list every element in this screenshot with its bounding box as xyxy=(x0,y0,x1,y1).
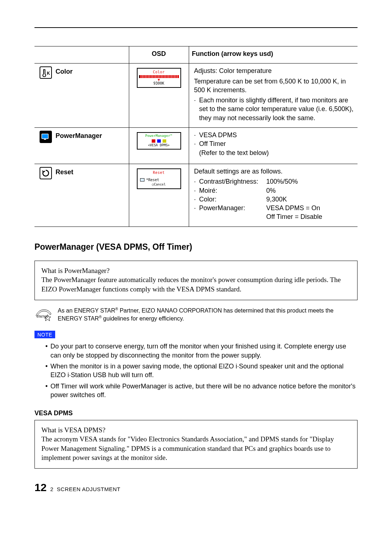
row-label-color: K Color xyxy=(37,66,126,79)
color-func-line2: Temperature can be set from 6,500 K to 1… xyxy=(194,77,355,95)
box2-a: The acronym VESA stands for "Video Elect… xyxy=(41,434,351,462)
box1-a: The PowerManager feature automatically r… xyxy=(41,275,351,294)
row-name-reset: Reset xyxy=(56,168,73,176)
energy-star-text: As an ENERGY STAR® Partner, EIZO NANAO C… xyxy=(58,307,358,323)
row-name-color: Color xyxy=(56,67,73,76)
top-rule xyxy=(34,27,358,28)
osd-pm-icons xyxy=(139,139,179,143)
note-item: Do your part to conserve energy, turn of… xyxy=(45,342,358,360)
row-name-pm: PowerManager xyxy=(56,131,102,140)
note-list: Do your part to conserve energy, turn of… xyxy=(34,342,358,399)
page-number: 12 xyxy=(34,480,46,495)
note-item: Off Timer will work while PowerManager i… xyxy=(45,382,358,400)
color-func-line1: Adjusts: Color temperature xyxy=(194,66,355,75)
chapter-label: 2 SCREEN ADJUSTMENT xyxy=(50,486,120,493)
note-section: NOTE Do your part to conserve energy, tu… xyxy=(34,330,358,400)
reset-l1: Default settings are as follows. xyxy=(194,167,355,176)
table-row-powermanager: PowerManager PowerManager™ <VESA DPMS> ·… xyxy=(34,128,358,164)
osd-screenshot-reset: Reset *Reset ○Cancel xyxy=(137,168,181,189)
table-header-blank xyxy=(34,46,129,64)
osd-reset-pm-icon xyxy=(140,178,144,181)
color-func-bullet: · Each monitor is slightly different, if… xyxy=(194,96,355,122)
row-label-reset: Reset xyxy=(37,167,126,179)
osd-screenshot-color: Color ▼ 9300K xyxy=(137,68,181,88)
energy-star-icon: energy xyxy=(34,307,53,322)
page-footer: 12 2 SCREEN ADJUSTMENT xyxy=(34,480,358,495)
section-heading: PowerManager (VESA DPMS, Off Timer) xyxy=(34,241,358,253)
table-row-reset: Reset Reset *Reset ○Cancel Default setti… xyxy=(34,164,358,227)
row-label-pm: PowerManager xyxy=(37,131,126,143)
osd-screenshot-pm: PowerManager™ <VESA DPMS> xyxy=(137,132,181,150)
osd-function-table: OSD Function (arrow keys usd) K Color Co… xyxy=(34,46,358,227)
table-row-color: K Color Color ▼ 9300K Adjusts: Color tem… xyxy=(34,64,358,128)
vesa-dpms-heading: VESA DPMS xyxy=(34,409,358,417)
pm-l3: (Refer to the text below) xyxy=(194,148,355,157)
note-item: When the monitor is in a power saving mo… xyxy=(45,362,358,380)
pm-b1: VESA DPMS xyxy=(199,131,355,139)
box1-q: What is PowerManager? xyxy=(41,266,351,276)
svg-text:K: K xyxy=(47,71,50,76)
box2-q: What is VESA DPMS? xyxy=(41,425,351,435)
vesa-dpms-definition-box: What is VESA DPMS? The acronym VESA stan… xyxy=(34,420,358,469)
energy-star-note: energy As an ENERGY STAR® Partner, EIZO … xyxy=(34,307,358,323)
svg-rect-1 xyxy=(42,134,48,139)
table-header-osd: OSD xyxy=(129,46,189,64)
pm-b2: Off Timer xyxy=(199,139,355,148)
svg-rect-2 xyxy=(44,139,46,140)
osd-color-bar xyxy=(139,75,179,78)
note-tag: NOTE xyxy=(34,331,55,339)
powermanager-definition-box: What is PowerManager? The PowerManager f… xyxy=(34,261,358,300)
reset-icon xyxy=(40,167,52,179)
color-temp-icon: K xyxy=(40,66,52,79)
table-header-func: Function (arrow keys usd) xyxy=(189,46,358,64)
table-header-row: OSD Function (arrow keys usd) xyxy=(34,46,358,64)
powermanager-icon xyxy=(40,131,52,143)
